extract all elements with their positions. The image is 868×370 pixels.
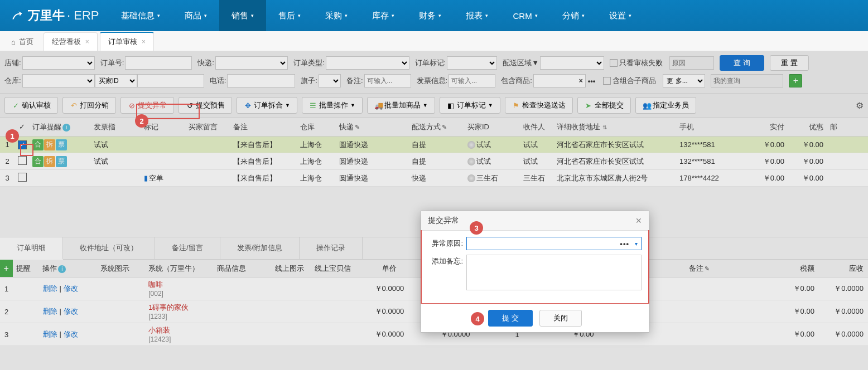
pencil-icon[interactable]: ✎ [442,124,447,130]
ordertype-select[interactable] [326,56,409,70]
forbidden-icon: ⊘ [128,101,136,110]
nav-item-5[interactable]: 库存▾ [360,0,407,31]
nav-item-9[interactable]: 分销▾ [550,0,597,31]
nav-item-3[interactable]: 售后▾ [266,0,313,31]
tab-oplog[interactable]: 操作记录 [300,237,363,259]
add-query-button[interactable]: + [789,74,802,87]
order-mark-button[interactable]: ◧订单标记 ▼ [440,97,500,114]
list-icon: ☰ [309,101,317,110]
orderno-input[interactable] [125,56,192,70]
batch-add-goods-button[interactable]: 🚚批量加商品 ▼ [367,97,435,114]
shop-select[interactable] [22,56,95,70]
myquery-input[interactable] [711,74,783,87]
submit-presale-button[interactable]: ↺提交预售 [179,97,232,114]
gear-icon[interactable]: ⚙ [856,100,864,111]
back-icon: ↶ [70,101,78,110]
bookmark-icon: ◧ [447,101,455,110]
table-row[interactable]: 3▮空单【来自售后】上海仓圆通快递快递三生石三生石北京北京市东城区唐人街2号17… [0,170,868,187]
row-checkbox[interactable] [15,171,29,186]
info-icon: i [62,124,70,132]
warehouse-select[interactable] [22,74,95,87]
pencil-icon[interactable]: ✎ [705,265,710,272]
app-logo: 万里牛· ERP [0,0,109,31]
ordermark-select[interactable] [447,56,497,70]
nav-item-10[interactable]: 设置▾ [597,0,644,31]
nav-item-0[interactable]: 基础信息▾ [109,0,172,31]
move-icon: ✥ [244,101,252,110]
tab-recv-addr[interactable]: 收件地址（可改） [63,237,155,259]
more-icon[interactable]: ••• [618,240,631,248]
phone-input[interactable] [227,74,295,87]
modify-link[interactable]: 修改 [64,330,78,338]
tab-order-audit[interactable]: 订单审核× [100,32,154,51]
buyerid-type-select[interactable]: 买家ID [95,74,137,87]
buyerid-input[interactable] [137,74,204,87]
reset-button[interactable]: 重 置 [770,55,809,71]
nav-item-1[interactable]: 商品▾ [172,0,219,31]
nav-item-7[interactable]: 报表▾ [454,0,500,31]
annotation-marker-4: 4 [471,312,484,325]
annotation-marker-1: 1 [6,129,19,143]
close-icon[interactable]: × [142,38,146,46]
reason-label: 异常原因: [428,237,466,250]
info-icon: i [58,265,66,273]
memo-textarea[interactable] [466,255,642,290]
nav-item-2[interactable]: 销售▾ [219,0,266,31]
assign-salesman-button[interactable]: 👥指定业务员 [635,97,696,114]
delivarea-select[interactable] [540,56,604,70]
close-icon[interactable]: ✕ [635,216,642,225]
annotation-marker-3: 3 [470,221,483,235]
modify-link[interactable]: 修改 [64,284,78,293]
nav-item-4[interactable]: 采购▾ [313,0,360,31]
delete-link[interactable]: 删除 [43,307,57,315]
submit-all-button[interactable]: ➤全部提交 [577,97,631,114]
note-input[interactable] [364,74,411,87]
filter-panel: 店铺: 订单号: 快递: 订单类型: 订单标记: 配送区域▼ 只看审核失败 查 … [0,51,868,94]
reason-input[interactable] [669,56,714,70]
delete-link[interactable]: 删除 [43,330,57,338]
express-select[interactable] [215,56,288,70]
top-nav: 万里牛· ERP 基础信息▾商品▾销售▾售后▾采购▾库存▾财务▾报表▾CRM▾分… [0,0,868,31]
nav-item-8[interactable]: CRM▾ [500,0,549,31]
flag-icon: ⚑ [512,101,520,110]
send-icon: ➤ [585,101,592,110]
table-header: ✓ 订单提醒i 发票指 标记 买家留言 备注 仓库 快递✎ 配送方式✎ 买家ID… [0,118,868,137]
users-icon: 👥 [643,101,650,110]
table-row[interactable]: 1✓合拆票试试【来自售后】上海仓圆通快递自提试试试试河北省石家庄市长安区试试13… [0,137,868,153]
chevron-down-icon[interactable]: ▾ [631,241,641,247]
flag-select[interactable] [319,74,341,87]
tab-invoice[interactable]: 发票/附加信息 [220,237,300,259]
confirm-audit-button[interactable]: ✓确认审核 [4,97,58,114]
invoice-input[interactable] [449,74,495,87]
close-button[interactable]: 关闭 [539,310,582,327]
submit-abnormal-button[interactable]: ⊘提交异常 [120,97,174,114]
dialog-title-bar: 提交异常 ✕ [421,211,649,231]
dialog-title: 提交异常 [428,216,459,226]
pencil-icon[interactable]: ✎ [355,124,360,130]
tab-note[interactable]: 备注/留言 [155,237,220,259]
tab-home[interactable]: ⌂ 首页 [3,33,41,51]
batch-button[interactable]: ☰批量操作 ▼ [302,97,363,114]
check-express-button[interactable]: ⚑检查快递送达 [505,97,573,114]
split-order-button[interactable]: ✥订单拆合 ▼ [237,97,297,114]
more-select[interactable]: 更 多... [663,74,705,87]
annotation-marker-2: 2 [135,114,148,128]
reason-combobox[interactable]: ••• ▾ [466,237,642,250]
close-icon[interactable]: × [85,38,89,46]
table-row[interactable]: 2合拆票试试【来自售后】上海仓圆通快递自提试试试试河北省石家庄市长安区试试132… [0,153,868,170]
query-button[interactable]: 查 询 [720,55,764,71]
submit-button[interactable]: 提 交 [488,310,533,327]
contain-input[interactable]: × [533,74,586,87]
check-icon: ✓ [12,101,20,110]
row-checkbox[interactable] [15,154,29,169]
modify-link[interactable]: 修改 [64,307,78,315]
nav-item-6[interactable]: 财务▾ [407,0,454,31]
memo-label: 添加备忘: [428,255,466,292]
tab-order-detail[interactable]: 订单明细 [0,237,63,260]
combine-checkbox[interactable] [603,77,611,85]
tab-dashboard[interactable]: 经营看板× [44,32,98,51]
return-button[interactable]: ↶打回分销 [62,97,116,114]
auditfail-checkbox[interactable] [610,59,618,67]
add-row-button[interactable]: + [0,260,13,277]
delete-link[interactable]: 删除 [43,284,57,293]
